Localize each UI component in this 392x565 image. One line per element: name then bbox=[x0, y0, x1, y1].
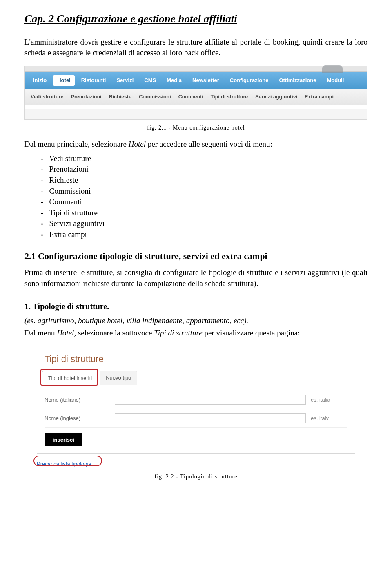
secondary-tab-servizi-aggiuntivi[interactable]: Servizi aggiuntivi bbox=[255, 94, 297, 101]
tipi-di-strutture-italic: Tipi di strutture bbox=[154, 328, 203, 337]
content-placeholder-strip bbox=[25, 105, 367, 119]
text-fragment: Dal menu bbox=[24, 328, 57, 337]
menu-item-list: Vedi strutturePrenotazioniRichiesteCommi… bbox=[41, 153, 368, 240]
figure-2-2-form: Tipi di strutture Tipi di hotel inseriti… bbox=[37, 346, 355, 454]
menu-list-item: Tipi di strutture bbox=[41, 208, 368, 219]
primary-tab-media[interactable]: Media bbox=[163, 75, 186, 86]
precarica-link[interactable]: Precarica lista tipologie bbox=[37, 461, 91, 467]
precarica-link-wrap: Precarica lista tipologie bbox=[37, 458, 355, 469]
primary-tab-ristoranti[interactable]: Ristoranti bbox=[77, 75, 110, 86]
menu-list-item: Prenotazioni bbox=[41, 164, 368, 175]
primary-tab-configurazione[interactable]: Configurazione bbox=[226, 75, 273, 86]
primary-tab-moduli[interactable]: Moduli bbox=[323, 75, 348, 86]
menu-list-item: Vedi strutture bbox=[41, 153, 368, 164]
hint-nome-italiano: es. italia bbox=[311, 396, 347, 404]
highlighted-tab-wrap: Tipi di hotel inseriti bbox=[42, 371, 100, 385]
tab-tipi-inseriti[interactable]: Tipi di hotel inseriti bbox=[42, 371, 98, 385]
window-titlebar-strip bbox=[25, 66, 367, 72]
text-fragment: per accedere alle seguenti voci di menu: bbox=[146, 140, 272, 148]
hint-nome-inglese: es. italy bbox=[311, 415, 347, 422]
subsection-1-title: 1. Tipologie di strutture. bbox=[24, 301, 368, 312]
form-row-english: Nome (inglese) es. italy bbox=[45, 409, 347, 428]
text-fragment: , selezionare la sottovoce bbox=[74, 328, 154, 337]
section-2-1-paragraph: Prima di inserire le strutture, si consi… bbox=[24, 267, 368, 289]
secondary-tab-vedi-strutture[interactable]: Vedi strutture bbox=[31, 94, 64, 101]
subsection-1-example: (es. agriturismo, boutique hotel, villa … bbox=[24, 315, 368, 326]
menu-list-item: Richieste bbox=[41, 175, 368, 186]
input-nome-inglese[interactable] bbox=[115, 413, 306, 423]
form-submit-row: inserisci bbox=[45, 428, 347, 446]
primary-tab-inizio[interactable]: Inizio bbox=[29, 75, 51, 86]
chapter-title: Cap. 2 Configurazione e gestione hotel a… bbox=[24, 11, 368, 27]
section-2-1-title: 2.1 Configurazione tipologie di struttur… bbox=[24, 250, 368, 263]
text-fragment: Dal menu principale, selezionare bbox=[24, 140, 129, 148]
secondary-tab-richieste[interactable]: Richieste bbox=[109, 94, 132, 101]
form-heading: Tipi di strutture bbox=[37, 346, 355, 368]
secondary-nav: Vedi strutturePrenotazioniRichiesteCommi… bbox=[25, 89, 367, 105]
intro-paragraph: L'amministratore dovrà gestire e configu… bbox=[24, 37, 368, 58]
form-body: Nome (italiano) es. italia Nome (inglese… bbox=[37, 385, 355, 453]
figure-2-1-menubar: InizioHotelRistorantiServiziCMSMediaNews… bbox=[24, 66, 368, 120]
menu-list-item: Commenti bbox=[41, 197, 368, 208]
primary-nav: InizioHotelRistorantiServiziCMSMediaNews… bbox=[25, 72, 367, 89]
primary-tab-cms[interactable]: CMS bbox=[140, 75, 160, 86]
label-nome-italiano: Nome (italiano) bbox=[45, 396, 110, 404]
form-row-italian: Nome (italiano) es. italia bbox=[45, 391, 347, 409]
primary-tab-servizi[interactable]: Servizi bbox=[112, 75, 138, 86]
hotel-italic: Hotel bbox=[129, 140, 146, 148]
hotel-italic: Hotel bbox=[57, 328, 74, 337]
text-fragment: per visualizzare questa pagina: bbox=[203, 328, 300, 337]
secondary-tab-prenotazioni[interactable]: Prenotazioni bbox=[71, 94, 102, 101]
secondary-tab-tipi-di-strutture[interactable]: Tipi di strutture bbox=[211, 94, 248, 101]
primary-tab-hotel[interactable]: Hotel bbox=[53, 75, 75, 86]
subsection-1-instruction: Dal menu Hotel, selezionare la sottovoce… bbox=[24, 328, 368, 339]
primary-tab-ottimizzazione[interactable]: Ottimizzazione bbox=[275, 75, 320, 86]
secondary-tab-commenti[interactable]: Commenti bbox=[178, 94, 203, 101]
inserisci-button[interactable]: inserisci bbox=[45, 433, 82, 446]
figure-2-2-caption: fig. 2.2 - Tipologie di strutture bbox=[24, 473, 368, 481]
form-tabs: Tipi di hotel inseriti Nuovo tipo bbox=[37, 368, 355, 385]
tab-nuovo-tipo[interactable]: Nuovo tipo bbox=[100, 371, 137, 385]
menu-list-item: Extra campi bbox=[41, 229, 368, 240]
secondary-tab-extra-campi[interactable]: Extra campi bbox=[305, 94, 334, 101]
label-nome-inglese: Nome (inglese) bbox=[45, 415, 110, 422]
input-nome-italiano[interactable] bbox=[115, 395, 306, 405]
menu-intro-sentence: Dal menu principale, selezionare Hotel p… bbox=[24, 139, 368, 150]
secondary-tab-commissioni[interactable]: Commissioni bbox=[139, 94, 171, 101]
menu-list-item: Commissioni bbox=[41, 186, 368, 197]
menu-list-item: Servizi aggiuntivi bbox=[41, 218, 368, 229]
figure-2-1-caption: fig. 2.1 - Menu configurazione hotel bbox=[24, 124, 368, 132]
primary-tab-newsletter[interactable]: Newsletter bbox=[188, 75, 223, 86]
